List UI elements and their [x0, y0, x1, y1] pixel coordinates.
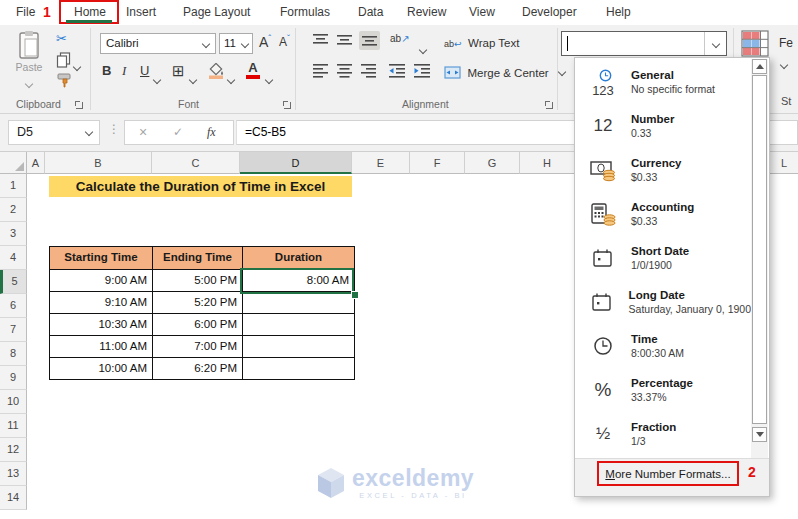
- copy-chevron-icon[interactable]: [74, 56, 80, 74]
- tab-file[interactable]: File: [16, 0, 35, 25]
- format-option-currency[interactable]: Currency$0.33: [575, 148, 751, 192]
- increase-font-size-button[interactable]: Aˆ: [259, 33, 271, 50]
- row-header-1[interactable]: 1: [0, 174, 27, 198]
- align-center-button[interactable]: [336, 63, 353, 82]
- merge-center-button[interactable]: Merge & Center: [444, 63, 565, 81]
- font-dialog-launcher-icon[interactable]: [281, 99, 292, 110]
- name-box[interactable]: D5: [8, 120, 100, 145]
- table-header-starting-time[interactable]: Starting Time: [50, 247, 153, 270]
- align-left-button[interactable]: [312, 63, 329, 82]
- format-painter-icon[interactable]: [56, 72, 73, 93]
- table-header-ending-time[interactable]: Ending Time: [153, 247, 243, 270]
- column-header-B[interactable]: B: [45, 152, 152, 174]
- row-header-8[interactable]: 8: [0, 342, 27, 366]
- tab-help[interactable]: Help: [606, 0, 631, 25]
- format-option-time[interactable]: Time8:00:30 AM: [575, 324, 751, 368]
- cell-C9[interactable]: 6:20 PM: [153, 358, 243, 380]
- cell-C5[interactable]: 5:00 PM: [153, 270, 243, 292]
- format-option-number[interactable]: 12 Number0.33: [575, 104, 751, 148]
- cell-D7[interactable]: [243, 314, 355, 336]
- align-right-button[interactable]: [360, 63, 377, 82]
- cell-D6[interactable]: [243, 292, 355, 314]
- enter-button[interactable]: ✓: [173, 125, 183, 139]
- align-top-button[interactable]: [312, 33, 329, 52]
- column-header-F[interactable]: F: [410, 152, 465, 174]
- tab-view[interactable]: View: [469, 0, 495, 25]
- tab-data[interactable]: Data: [358, 0, 383, 25]
- decrease-indent-button[interactable]: [388, 63, 406, 82]
- row-header-10[interactable]: 10: [0, 390, 27, 414]
- font-color-chevron-icon[interactable]: [266, 69, 272, 87]
- paste-button[interactable]: Paste: [10, 30, 48, 92]
- cell-C8[interactable]: 7:00 PM: [153, 336, 243, 358]
- underline-button[interactable]: U: [140, 63, 149, 78]
- row-header-5-selected[interactable]: 5: [0, 270, 27, 294]
- dropdown-scrollbar[interactable]: [751, 59, 768, 458]
- tab-developer[interactable]: Developer: [522, 0, 577, 25]
- borders-button[interactable]: ⊞: [172, 62, 185, 80]
- fill-handle[interactable]: [351, 291, 359, 299]
- font-name-combo[interactable]: Calibri: [100, 33, 216, 54]
- font-size-combo[interactable]: 11: [219, 33, 253, 54]
- row-header-12[interactable]: 12: [0, 438, 27, 462]
- alignment-dialog-launcher-icon[interactable]: [543, 99, 554, 110]
- row-header-2[interactable]: 2: [0, 198, 27, 222]
- align-bottom-button[interactable]: [359, 31, 380, 50]
- number-format-combo[interactable]: [561, 31, 727, 56]
- column-header-H[interactable]: H: [520, 152, 575, 174]
- number-format-combo-arrow[interactable]: [704, 32, 726, 55]
- row-header-7[interactable]: 7: [0, 318, 27, 342]
- column-header-G[interactable]: G: [465, 152, 520, 174]
- cell-C6[interactable]: 5:20 PM: [153, 292, 243, 314]
- format-option-accounting[interactable]: Accounting$0.33: [575, 192, 751, 236]
- tab-page-layout[interactable]: Page Layout: [183, 0, 250, 25]
- cancel-button[interactable]: ×: [139, 124, 147, 140]
- row-header-9[interactable]: 9: [0, 366, 27, 390]
- format-option-general[interactable]: 123 GeneralNo specific format: [575, 60, 751, 104]
- row-header-11[interactable]: 11: [0, 414, 27, 438]
- tab-formulas[interactable]: Formulas: [280, 0, 330, 25]
- cell-D9[interactable]: [243, 358, 355, 380]
- wrap-text-button[interactable]: ab↩ Wrap Text: [444, 33, 519, 51]
- insert-function-button[interactable]: fx: [207, 125, 216, 140]
- scrollbar-thumb[interactable]: [752, 75, 767, 424]
- font-color-button[interactable]: A: [246, 62, 260, 79]
- scroll-up-button[interactable]: [752, 59, 767, 74]
- row-header-13[interactable]: 13: [0, 462, 27, 486]
- format-option-long-date[interactable]: Long DateSaturday, January 0, 1900: [575, 280, 751, 324]
- fill-color-button[interactable]: [208, 63, 225, 84]
- orientation-chevron-icon[interactable]: [420, 39, 426, 57]
- cut-icon[interactable]: ✂: [56, 31, 67, 46]
- italic-button[interactable]: I: [122, 63, 126, 79]
- format-option-short-date[interactable]: Short Date1/0/1900: [575, 236, 751, 280]
- tab-review[interactable]: Review: [407, 0, 446, 25]
- row-header-4[interactable]: 4: [0, 246, 27, 270]
- format-option-fraction[interactable]: ½ Fraction1/3: [575, 412, 751, 456]
- borders-chevron-icon[interactable]: [190, 69, 196, 87]
- cell-D8[interactable]: [243, 336, 355, 358]
- column-header-D[interactable]: D: [240, 152, 352, 174]
- scroll-down-button[interactable]: [752, 427, 767, 442]
- cell-B9[interactable]: 10:00 AM: [50, 358, 153, 380]
- cell-B6[interactable]: 9:10 AM: [50, 292, 153, 314]
- decrease-font-size-button[interactable]: Aˇ: [279, 33, 290, 49]
- increase-indent-button[interactable]: [413, 63, 431, 82]
- column-header-L-partial[interactable]: L: [770, 152, 798, 174]
- row-header-14[interactable]: 14: [0, 486, 27, 510]
- name-box-resizer-icon[interactable]: ⋮: [108, 122, 120, 136]
- fill-color-chevron-icon[interactable]: [228, 69, 234, 87]
- row-header-6[interactable]: 6: [0, 294, 27, 318]
- column-header-C[interactable]: C: [152, 152, 240, 174]
- cell-B7[interactable]: 10:30 AM: [50, 314, 153, 336]
- column-header-A[interactable]: A: [27, 152, 45, 174]
- cell-B5[interactable]: 9:00 AM: [50, 270, 153, 292]
- select-all-corner[interactable]: [0, 152, 27, 174]
- cell-C7[interactable]: 6:00 PM: [153, 314, 243, 336]
- format-option-percentage[interactable]: % Percentage33.37%: [575, 368, 751, 412]
- align-middle-button[interactable]: [336, 33, 353, 52]
- worksheet-title-cell[interactable]: Calculate the Duration of Time in Excel: [49, 176, 352, 197]
- more-number-formats-button[interactable]: More Number Formats...: [605, 468, 730, 480]
- table-header-duration[interactable]: Duration: [243, 247, 355, 270]
- copy-icon[interactable]: [56, 52, 72, 72]
- row-header-3[interactable]: 3: [0, 222, 27, 246]
